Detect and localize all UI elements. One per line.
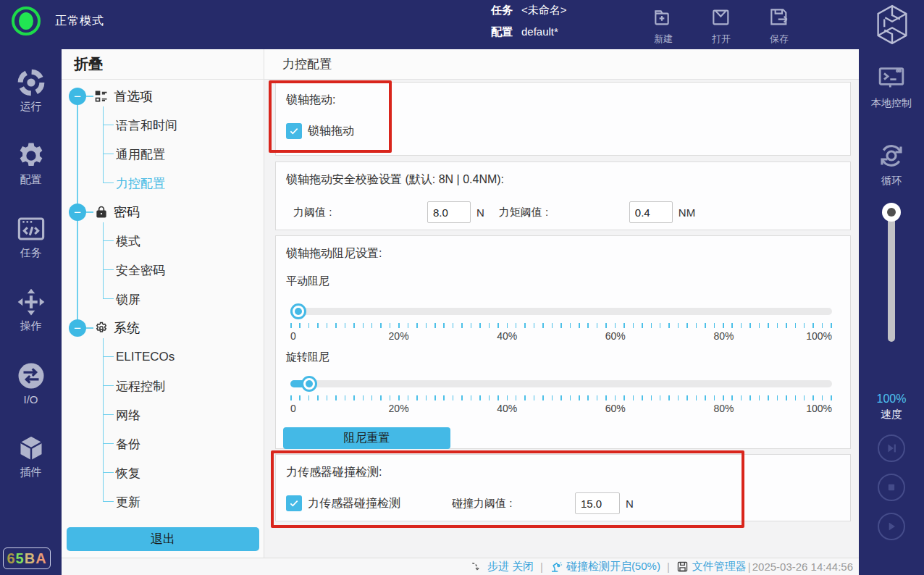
tree-item-language-time[interactable]: 语言和时间 (103, 111, 264, 140)
tree-node-password[interactable]: − 密码 (62, 198, 264, 227)
io-icon (16, 361, 46, 391)
collision-status[interactable]: 碰撞检测开启(50%) (550, 560, 660, 574)
stop-button[interactable] (878, 474, 905, 501)
tree-section-password: − 密码 模式 安全密码 锁屏 (62, 198, 264, 314)
collision-threshold-input[interactable] (575, 492, 620, 514)
force-threshold-label: 力阈值 : (293, 206, 427, 219)
tree-item-remote-control[interactable]: 远程控制 (103, 372, 264, 400)
config-value: default* (521, 25, 558, 37)
step-arrow-icon (471, 561, 484, 574)
cube-icon (16, 433, 46, 463)
tree-item-restore[interactable]: 恢复 (103, 458, 264, 487)
slider-track[interactable] (290, 308, 832, 315)
new-task-button[interactable]: 新建 (637, 4, 689, 46)
skip-icon (884, 441, 899, 456)
local-control-button[interactable]: 本地控制 (859, 64, 924, 110)
gear-outline-icon (94, 321, 109, 335)
open-button[interactable]: 打开 (695, 4, 747, 46)
left-sidebar: 运行 配置 任务 操作 I/O (0, 49, 62, 575)
sidebar-item-io[interactable]: I/O (0, 346, 62, 419)
stop-icon (884, 480, 899, 495)
lock-axis-checkbox[interactable] (286, 123, 302, 139)
sidebar-item-config[interactable]: 配置 (0, 127, 62, 200)
save-button[interactable]: 保存 (753, 4, 805, 46)
safety-check-section: 锁轴拖动安全校验设置 (默认: 8N | 0.4NM): 力阈值 : N 力矩阈… (275, 161, 851, 230)
collision-unit: N (626, 498, 634, 510)
list-icon (94, 89, 109, 104)
lock-axis-label: 锁轴拖动: (286, 93, 840, 108)
robot-arm-icon (550, 561, 563, 574)
tree-item-elitecos[interactable]: ELITECOs (103, 343, 264, 372)
tree-item-mode[interactable]: 模式 (103, 227, 264, 256)
status-green-icon (12, 7, 41, 35)
task-config-info: 任务 <未命名> 配置 default* (491, 4, 567, 47)
speed-slider-handle[interactable] (882, 203, 901, 222)
collision-threshold-label: 碰撞力阈值 : (452, 497, 575, 511)
tree-item-backup[interactable]: 备份 (103, 429, 264, 458)
code-window-icon (16, 214, 46, 244)
tree-section-system: − 系统 ELITECOs 远程控制 网络 备份 恢复 更新 (62, 314, 264, 516)
force-threshold-input[interactable] (427, 201, 471, 223)
new-icon (652, 6, 675, 31)
datetime-display: 2025-03-26 14:44:56 (752, 561, 853, 573)
force-control-panel: 力控配置 锁轴拖动: 锁轴拖动 锁轴拖动安全校验设置 (默认: 8N | 0.4… (264, 49, 859, 558)
file-manager-link[interactable]: 文件管理器 (676, 560, 747, 574)
tree-item-safety-password[interactable]: 安全密码 (103, 256, 264, 285)
torque-threshold-input[interactable] (629, 201, 673, 223)
open-icon (710, 6, 733, 31)
collapse-minus-icon[interactable]: − (69, 88, 86, 105)
translation-damping-slider: 020%40%60%80%100% (290, 303, 832, 343)
damping-section: 锁轴拖动阻尼设置: 平动阻尼 020%40%60%80%100% 旋转阻尼 (275, 235, 851, 449)
collision-checkbox-label: 力传感器碰撞检测 (308, 496, 400, 511)
task-label: 任务 (491, 4, 513, 15)
safety-check-label: 锁轴拖动安全校验设置 (默认: 8N | 0.4NM): (286, 172, 840, 188)
slider-handle[interactable] (301, 376, 317, 392)
sidebar-item-plugin[interactable]: 插件 (0, 419, 62, 492)
tree-item-general-config[interactable]: 通用配置 (103, 140, 264, 169)
tree-item-update[interactable]: 更新 (103, 487, 264, 516)
sidebar-item-task[interactable]: 任务 (0, 200, 62, 273)
speed-label: 速度 (859, 408, 924, 421)
collision-detect-checkbox[interactable] (286, 495, 302, 511)
collapse-header[interactable]: 折叠 (62, 49, 264, 80)
tree-node-preferences[interactable]: − 首选项 (62, 82, 264, 111)
page-title: 力控配置 (264, 49, 859, 80)
lock-axis-checkbox-label: 锁轴拖动 (308, 124, 354, 139)
tree-item-network[interactable]: 网络 (103, 400, 264, 429)
collision-detect-label: 力传感器碰撞检测: (286, 465, 840, 480)
loop-button[interactable]: 循环 (859, 141, 924, 188)
speed-value: 100% (859, 393, 924, 406)
right-sidebar: 本地控制 循环 100% 速度 (859, 49, 924, 575)
brand-logo-icon (873, 4, 911, 48)
slider-handle[interactable] (290, 303, 306, 319)
topbar-actions: 新建 打开 保存 (637, 4, 811, 46)
collision-detect-section: 力传感器碰撞检测: 力传感器碰撞检测 碰撞力阈值 : N (275, 454, 851, 521)
status-bar: 步进 关闭 | 碰撞检测开启(50%) | 文件管理器 | 2025-03-26… (62, 558, 859, 575)
speed-slider-track[interactable] (888, 211, 895, 342)
step-mode-status[interactable]: 步进 关闭 (471, 560, 534, 574)
rotation-damping-slider: 020%40%60%80%100% (290, 376, 832, 416)
tree-node-system[interactable]: − 系统 (62, 314, 264, 343)
torque-unit: NM (679, 206, 695, 219)
speed-slider[interactable] (883, 203, 900, 342)
sidebar-item-run[interactable]: 运行 (0, 54, 62, 127)
rotation-damping-label: 旋转阻尼 (286, 351, 840, 364)
collapse-minus-icon[interactable]: − (69, 203, 86, 221)
lock-icon (94, 205, 109, 219)
tree-item-lock-screen[interactable]: 锁屏 (103, 285, 264, 314)
damping-reset-button[interactable]: 阻尼重置 (283, 427, 450, 449)
settings-tree: − 首选项 语言和时间 通用配置 力控配置 − (62, 82, 264, 516)
sidebar-item-jog[interactable]: 操作 (0, 273, 62, 346)
force-unit: N (476, 206, 484, 219)
slider-track[interactable] (290, 380, 832, 387)
settings-tree-panel: 折叠 − 首选项 语言和时间 通用配置 力控配置 (62, 49, 264, 558)
terminal-icon (877, 64, 906, 96)
exit-button[interactable]: 退出 (67, 527, 259, 551)
play-button[interactable] (878, 513, 905, 540)
play-icon (884, 519, 899, 534)
collapse-minus-icon[interactable]: − (69, 319, 86, 337)
tree-item-force-config[interactable]: 力控配置 (103, 169, 264, 198)
lock-axis-section: 锁轴拖动: 锁轴拖动 (275, 82, 851, 156)
move-arrows-icon (16, 287, 46, 317)
step-forward-button[interactable] (878, 435, 905, 462)
